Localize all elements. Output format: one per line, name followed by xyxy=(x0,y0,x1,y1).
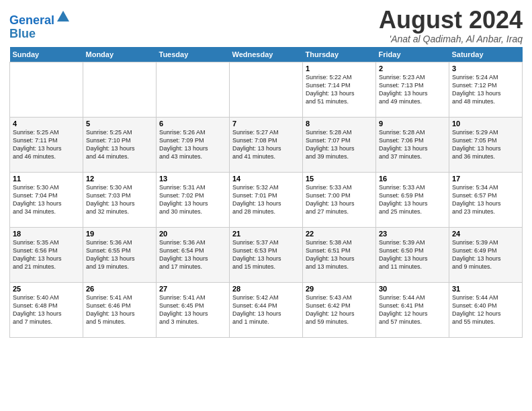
svg-marker-0 xyxy=(57,11,69,21)
calendar-cell: 8Sunrise: 5:28 AM Sunset: 7:07 PM Daylig… xyxy=(303,117,376,172)
day-detail: Sunrise: 5:28 AM Sunset: 7:06 PM Dayligh… xyxy=(379,129,428,160)
calendar-cell: 27Sunrise: 5:41 AM Sunset: 6:45 PM Dayli… xyxy=(157,282,230,337)
day-number: 28 xyxy=(232,285,300,293)
day-detail: Sunrise: 5:33 AM Sunset: 6:59 PM Dayligh… xyxy=(379,184,428,215)
day-detail: Sunrise: 5:31 AM Sunset: 7:02 PM Dayligh… xyxy=(159,184,208,215)
day-number: 10 xyxy=(452,120,519,128)
day-number: 20 xyxy=(159,230,226,238)
day-detail: Sunrise: 5:39 AM Sunset: 6:49 PM Dayligh… xyxy=(452,239,501,270)
day-number: 1 xyxy=(306,64,373,73)
calendar-cell: 30Sunrise: 5:44 AM Sunset: 6:41 PM Dayli… xyxy=(376,282,449,337)
calendar-cell: 5Sunrise: 5:25 AM Sunset: 7:10 PM Daylig… xyxy=(83,117,157,172)
day-number: 5 xyxy=(86,120,153,128)
calendar-cell: 16Sunrise: 5:33 AM Sunset: 6:59 PM Dayli… xyxy=(376,172,449,227)
calendar-cell xyxy=(10,62,83,117)
calendar-week-1: 1Sunrise: 5:22 AM Sunset: 7:14 PM Daylig… xyxy=(10,62,523,117)
day-number: 30 xyxy=(379,285,446,293)
day-number: 29 xyxy=(306,285,373,293)
day-detail: Sunrise: 5:24 AM Sunset: 7:12 PM Dayligh… xyxy=(452,74,501,105)
day-number: 19 xyxy=(86,230,153,238)
day-detail: Sunrise: 5:41 AM Sunset: 6:45 PM Dayligh… xyxy=(159,294,208,325)
calendar-cell xyxy=(157,62,230,117)
day-detail: Sunrise: 5:25 AM Sunset: 7:10 PM Dayligh… xyxy=(86,129,135,160)
day-detail: Sunrise: 5:32 AM Sunset: 7:01 PM Dayligh… xyxy=(232,184,281,215)
day-number: 6 xyxy=(159,120,226,128)
day-detail: Sunrise: 5:42 AM Sunset: 6:44 PM Dayligh… xyxy=(232,294,281,325)
calendar-cell: 12Sunrise: 5:30 AM Sunset: 7:03 PM Dayli… xyxy=(83,172,157,227)
day-number: 18 xyxy=(13,230,80,238)
calendar-cell: 3Sunrise: 5:24 AM Sunset: 7:12 PM Daylig… xyxy=(449,62,523,117)
logo: General Blue xyxy=(9,9,71,41)
month-title: August 2024 xyxy=(379,7,523,34)
day-number: 26 xyxy=(86,285,153,293)
day-number: 22 xyxy=(306,230,373,238)
day-detail: Sunrise: 5:28 AM Sunset: 7:07 PM Dayligh… xyxy=(306,129,355,160)
day-detail: Sunrise: 5:43 AM Sunset: 6:42 PM Dayligh… xyxy=(306,294,355,325)
day-detail: Sunrise: 5:36 AM Sunset: 6:55 PM Dayligh… xyxy=(86,239,135,270)
title-block: August 2024 'Anat al Qadimah, Al Anbar, … xyxy=(379,7,523,44)
calendar-header-row: Sunday Monday Tuesday Wednesday Thursday… xyxy=(10,47,523,62)
day-number: 21 xyxy=(232,230,300,238)
calendar-table: Sunday Monday Tuesday Wednesday Thursday… xyxy=(9,47,523,338)
calendar-week-4: 18Sunrise: 5:35 AM Sunset: 6:56 PM Dayli… xyxy=(10,227,523,282)
day-detail: Sunrise: 5:39 AM Sunset: 6:50 PM Dayligh… xyxy=(379,239,428,270)
day-detail: Sunrise: 5:37 AM Sunset: 6:53 PM Dayligh… xyxy=(232,239,281,270)
calendar-week-2: 4Sunrise: 5:25 AM Sunset: 7:11 PM Daylig… xyxy=(10,117,523,172)
col-wednesday: Wednesday xyxy=(230,47,303,62)
col-saturday: Saturday xyxy=(449,47,523,62)
day-number: 23 xyxy=(379,230,446,238)
calendar-cell: 7Sunrise: 5:27 AM Sunset: 7:08 PM Daylig… xyxy=(230,117,303,172)
calendar-cell: 18Sunrise: 5:35 AM Sunset: 6:56 PM Dayli… xyxy=(10,227,83,282)
calendar-cell: 20Sunrise: 5:36 AM Sunset: 6:54 PM Dayli… xyxy=(157,227,230,282)
col-thursday: Thursday xyxy=(303,47,376,62)
col-tuesday: Tuesday xyxy=(157,47,230,62)
day-detail: Sunrise: 5:35 AM Sunset: 6:56 PM Dayligh… xyxy=(13,239,62,270)
day-detail: Sunrise: 5:34 AM Sunset: 6:57 PM Dayligh… xyxy=(452,184,501,215)
day-detail: Sunrise: 5:23 AM Sunset: 7:13 PM Dayligh… xyxy=(379,74,428,105)
calendar-cell xyxy=(83,62,157,117)
day-number: 11 xyxy=(13,175,80,183)
day-number: 24 xyxy=(452,230,519,238)
day-number: 13 xyxy=(159,175,226,183)
day-number: 16 xyxy=(379,175,446,183)
calendar-week-3: 11Sunrise: 5:30 AM Sunset: 7:04 PM Dayli… xyxy=(10,172,523,227)
col-monday: Monday xyxy=(83,47,157,62)
calendar-cell: 2Sunrise: 5:23 AM Sunset: 7:13 PM Daylig… xyxy=(376,62,449,117)
calendar-cell: 23Sunrise: 5:39 AM Sunset: 6:50 PM Dayli… xyxy=(376,227,449,282)
calendar-cell: 25Sunrise: 5:40 AM Sunset: 6:48 PM Dayli… xyxy=(10,282,83,337)
day-detail: Sunrise: 5:33 AM Sunset: 7:00 PM Dayligh… xyxy=(306,184,355,215)
day-number: 9 xyxy=(379,120,446,128)
calendar-cell: 26Sunrise: 5:41 AM Sunset: 6:46 PM Dayli… xyxy=(83,282,157,337)
day-detail: Sunrise: 5:29 AM Sunset: 7:05 PM Dayligh… xyxy=(452,129,501,160)
calendar-cell: 22Sunrise: 5:38 AM Sunset: 6:51 PM Dayli… xyxy=(303,227,376,282)
calendar-cell: 11Sunrise: 5:30 AM Sunset: 7:04 PM Dayli… xyxy=(10,172,83,227)
logo-blue: Blue xyxy=(9,28,71,41)
calendar-cell: 1Sunrise: 5:22 AM Sunset: 7:14 PM Daylig… xyxy=(303,62,376,117)
day-detail: Sunrise: 5:40 AM Sunset: 6:48 PM Dayligh… xyxy=(13,294,62,325)
calendar-cell: 19Sunrise: 5:36 AM Sunset: 6:55 PM Dayli… xyxy=(83,227,157,282)
calendar-cell: 21Sunrise: 5:37 AM Sunset: 6:53 PM Dayli… xyxy=(230,227,303,282)
day-number: 14 xyxy=(232,175,300,183)
page-container: General Blue August 2024 'Anat al Qadima… xyxy=(0,0,532,342)
day-detail: Sunrise: 5:36 AM Sunset: 6:54 PM Dayligh… xyxy=(159,239,208,270)
calendar-cell: 9Sunrise: 5:28 AM Sunset: 7:06 PM Daylig… xyxy=(376,117,449,172)
day-detail: Sunrise: 5:22 AM Sunset: 7:14 PM Dayligh… xyxy=(306,74,355,105)
day-detail: Sunrise: 5:38 AM Sunset: 6:51 PM Dayligh… xyxy=(306,239,355,270)
calendar-cell: 29Sunrise: 5:43 AM Sunset: 6:42 PM Dayli… xyxy=(303,282,376,337)
calendar-cell: 10Sunrise: 5:29 AM Sunset: 7:05 PM Dayli… xyxy=(449,117,523,172)
logo-icon xyxy=(56,9,71,24)
logo-general: General xyxy=(9,13,54,27)
day-number: 8 xyxy=(306,120,373,128)
day-detail: Sunrise: 5:26 AM Sunset: 7:09 PM Dayligh… xyxy=(159,129,208,160)
day-number: 27 xyxy=(159,285,226,293)
calendar-cell: 15Sunrise: 5:33 AM Sunset: 7:00 PM Dayli… xyxy=(303,172,376,227)
day-number: 2 xyxy=(379,64,446,73)
day-detail: Sunrise: 5:30 AM Sunset: 7:03 PM Dayligh… xyxy=(86,184,135,215)
day-detail: Sunrise: 5:41 AM Sunset: 6:46 PM Dayligh… xyxy=(86,294,135,325)
col-sunday: Sunday xyxy=(10,47,83,62)
day-number: 7 xyxy=(232,120,300,128)
day-detail: Sunrise: 5:44 AM Sunset: 6:40 PM Dayligh… xyxy=(452,294,501,325)
calendar-cell: 17Sunrise: 5:34 AM Sunset: 6:57 PM Dayli… xyxy=(449,172,523,227)
calendar-cell: 24Sunrise: 5:39 AM Sunset: 6:49 PM Dayli… xyxy=(449,227,523,282)
day-detail: Sunrise: 5:27 AM Sunset: 7:08 PM Dayligh… xyxy=(232,129,281,160)
